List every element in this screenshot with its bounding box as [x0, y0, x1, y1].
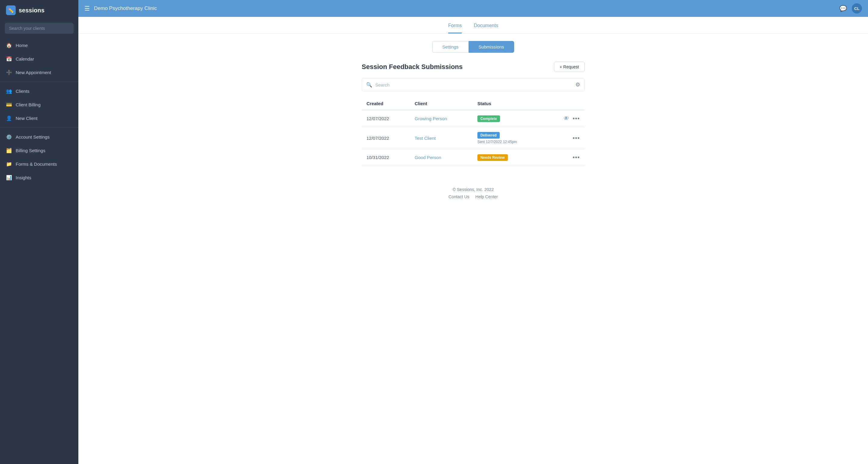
- cell-client-2[interactable]: Test Client: [415, 135, 436, 141]
- footer-links: Contact Us Help Center: [84, 194, 862, 199]
- cell-created-2: 12/07/2022: [362, 127, 410, 149]
- request-button[interactable]: + Request: [554, 62, 585, 72]
- sidebar-item-account-settings-label: Account Settings: [16, 134, 50, 140]
- tab-forms[interactable]: Forms: [448, 23, 462, 33]
- status-badge-delivered: Delivered: [477, 132, 500, 138]
- tab-settings[interactable]: Settings: [432, 41, 468, 53]
- cell-created-1: 12/07/2022: [362, 110, 410, 127]
- search-input[interactable]: [5, 23, 73, 34]
- new-client-icon: 👤: [6, 115, 12, 121]
- top-bar: ☰ Demo Psychotherapy Clinic 💬 CL: [79, 0, 868, 17]
- tab-bar-top: Forms Documents: [79, 17, 868, 34]
- col-created: Created: [362, 97, 410, 110]
- tab-submissions[interactable]: Submissions: [469, 41, 514, 53]
- sidebar-item-home-label: Home: [16, 43, 28, 48]
- tab-bar-secondary: Settings Submissions: [79, 34, 868, 53]
- calendar-icon: 📅: [6, 56, 12, 62]
- table-row: 12/07/2022 Test Client Delivered Sent 12…: [362, 127, 585, 149]
- view-icon[interactable]: 👁: [564, 115, 569, 122]
- footer: © Sessions, Inc. 2022 Contact Us Help Ce…: [79, 175, 868, 208]
- more-options-icon[interactable]: •••: [572, 115, 580, 122]
- sidebar-item-new-client[interactable]: 👤 New Client: [0, 112, 79, 125]
- clinic-name: Demo Psychotherapy Clinic: [94, 5, 839, 11]
- more-options-icon[interactable]: •••: [572, 154, 580, 161]
- row-actions-3: •••: [551, 154, 580, 161]
- col-actions: [546, 97, 585, 110]
- submissions-title-rest: Submissions: [420, 63, 463, 70]
- sidebar-item-forms-documents-label: Forms & Documents: [16, 161, 57, 166]
- avatar[interactable]: CL: [852, 3, 862, 13]
- sidebar-nav: 🏠 Home 📅 Calendar ➕ New Appointment 👥 Cl…: [0, 38, 79, 464]
- status-badge-complete: Complete: [477, 115, 500, 122]
- sidebar-item-calendar-label: Calendar: [16, 56, 34, 61]
- submissions-title-bold: Session Feedback: [362, 63, 420, 70]
- sidebar-item-billing-settings-label: Billing Settings: [16, 148, 45, 153]
- sidebar-item-clients[interactable]: 👥 Clients: [0, 84, 79, 98]
- submissions-title: Session Feedback Submissions: [362, 63, 463, 71]
- content-area: Forms Documents Settings Submissions Ses…: [79, 17, 868, 464]
- footer-help-center[interactable]: Help Center: [475, 194, 498, 199]
- footer-copyright: © Sessions, Inc. 2022: [84, 187, 862, 192]
- cell-status-2: Delivered Sent 12/7/2022 12:45pm: [472, 127, 546, 149]
- submissions-area: Session Feedback Submissions + Request 🔍…: [355, 53, 591, 175]
- col-status: Status: [472, 97, 546, 110]
- insights-icon: 📊: [6, 175, 12, 181]
- sidebar-item-home[interactable]: 🏠 Home: [0, 38, 79, 52]
- sent-text-2: Sent 12/7/2022 12:45pm: [477, 140, 541, 144]
- search-input-submissions[interactable]: [375, 82, 572, 87]
- sidebar: ✏️ sessions 🏠 Home 📅 Calendar ➕ New Appo…: [0, 0, 79, 464]
- table-row: 12/07/2022 Growing Person Complete 👁 •••: [362, 110, 585, 127]
- billing-settings-icon: 🗂️: [6, 148, 12, 153]
- chat-icon[interactable]: 💬: [839, 5, 847, 12]
- cell-client-1[interactable]: Growing Person: [415, 116, 447, 121]
- home-icon: 🏠: [6, 42, 12, 48]
- sidebar-item-new-appointment-label: New Appointment: [16, 70, 51, 75]
- sidebar-item-new-appointment[interactable]: ➕ New Appointment: [0, 66, 79, 79]
- search-icon: 🔍: [366, 82, 372, 88]
- menu-icon[interactable]: ☰: [84, 5, 90, 12]
- client-billing-icon: 💳: [6, 102, 12, 107]
- sidebar-item-clients-label: Clients: [16, 89, 30, 94]
- sidebar-item-insights[interactable]: 📊 Insights: [0, 171, 79, 184]
- sidebar-item-account-settings[interactable]: ⚙️ Account Settings: [0, 130, 79, 144]
- sidebar-item-billing-settings[interactable]: 🗂️ Billing Settings: [0, 144, 79, 157]
- tab-documents[interactable]: Documents: [474, 23, 498, 33]
- cell-created-3: 10/31/2022: [362, 149, 410, 166]
- sidebar-item-client-billing-label: Client Billing: [16, 102, 41, 107]
- cell-status-1: Complete: [472, 110, 546, 127]
- logo-text: sessions: [19, 7, 44, 14]
- forms-documents-icon: 📁: [6, 161, 12, 167]
- row-actions-2: •••: [551, 135, 580, 142]
- cell-client-3[interactable]: Good Person: [415, 155, 441, 160]
- topbar-actions: 💬 CL: [839, 3, 862, 13]
- new-appointment-icon: ➕: [6, 70, 12, 75]
- row-actions-1: 👁 •••: [551, 115, 580, 122]
- table-body: 12/07/2022 Growing Person Complete 👁 •••: [362, 110, 585, 166]
- status-badge-needs-review: Needs Review: [477, 154, 508, 161]
- submissions-table: Created Client Status 12/07/2022 Growing…: [362, 97, 585, 166]
- sidebar-item-new-client-label: New Client: [16, 116, 38, 121]
- cell-status-3: Needs Review: [472, 149, 546, 166]
- logo-icon: ✏️: [6, 5, 16, 15]
- sidebar-item-forms-documents[interactable]: 📁 Forms & Documents: [0, 157, 79, 171]
- sidebar-item-client-billing[interactable]: 💳 Client Billing: [0, 98, 79, 112]
- submissions-header: Session Feedback Submissions + Request: [362, 62, 585, 72]
- footer-contact-us[interactable]: Contact Us: [448, 194, 469, 199]
- more-options-icon[interactable]: •••: [572, 135, 580, 142]
- search-bar: 🔍 ⚙: [362, 78, 585, 91]
- nav-divider-2: [0, 127, 79, 128]
- filter-icon[interactable]: ⚙: [575, 81, 580, 88]
- clients-icon: 👥: [6, 88, 12, 94]
- account-settings-icon: ⚙️: [6, 134, 12, 140]
- sidebar-item-insights-label: Insights: [16, 175, 31, 180]
- logo-area: ✏️ sessions: [0, 0, 79, 21]
- nav-divider-1: [0, 82, 79, 82]
- col-client: Client: [410, 97, 472, 110]
- sidebar-item-calendar[interactable]: 📅 Calendar: [0, 52, 79, 66]
- table-row: 10/31/2022 Good Person Needs Review •••: [362, 149, 585, 166]
- table-header: Created Client Status: [362, 97, 585, 110]
- main-wrapper: ☰ Demo Psychotherapy Clinic 💬 CL Forms D…: [79, 0, 868, 464]
